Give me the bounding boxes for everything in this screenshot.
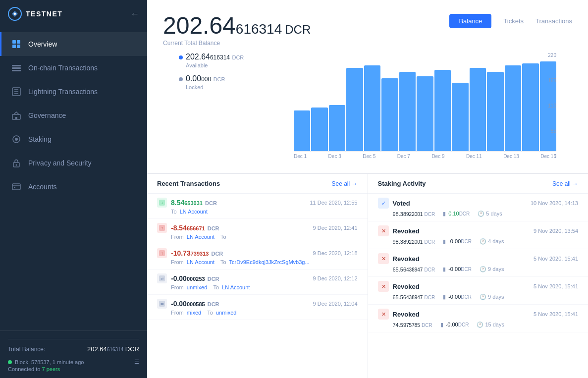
tx-amount-row: ⇄ -0.00000585 DCR: [157, 299, 219, 309]
svg-rect-7: [12, 70, 21, 71]
staking-days: 🕐 9 days: [480, 294, 504, 300]
bottom-panels: Recent Transactions See all → ↓ 8.546530…: [147, 173, 588, 378]
staking-panel-header: Staking Activity See all →: [368, 174, 588, 194]
staking-date: 5 Nov 2020, 15:41: [534, 311, 578, 317]
tx-row[interactable]: ⇄ -0.00000585 DCR 9 Dec 2020, 12:04 From…: [147, 295, 368, 320]
svg-rect-4: [17, 45, 20, 48]
staking-reward: ▮ -0.00DCR: [440, 322, 469, 328]
balance-chart-row: 202.64616314 DCR Available 0.00000 DCR L…: [163, 47, 572, 173]
connected-info: Connected to 7 peers: [8, 365, 139, 372]
revoked-icon: ✕: [378, 309, 389, 320]
sidebar-item-privacy[interactable]: Privacy and Security: [0, 151, 147, 175]
chart-bar: [311, 108, 327, 151]
total-balance-label: Total Balance:: [8, 346, 45, 353]
staking-row[interactable]: ✕ Revoked 9 Nov 2020, 13:54 98.38922001 …: [368, 221, 588, 249]
logo-icon: [8, 7, 22, 21]
top-section: 202.64616314DCR Current Total Balance Ba…: [147, 0, 588, 173]
available-dot: [179, 55, 183, 59]
total-balance-display: 202.64616314DCR: [163, 14, 311, 38]
sidebar-item-onchain[interactable]: On-chain Transactions: [0, 56, 147, 80]
stk-top: ✕ Revoked 5 Nov 2020, 15:41: [378, 281, 579, 292]
tx-row[interactable]: ⇄ -0.00000253 DCR 9 Dec 2020, 12:12 From…: [147, 270, 368, 295]
tx-icon-received: ↓: [157, 198, 167, 208]
staking-date: 10 Nov 2020, 14:13: [531, 200, 578, 206]
staking-type: Revoked: [393, 311, 420, 318]
chart-bar: [417, 76, 433, 151]
sidebar-item-staking[interactable]: Staking: [0, 127, 147, 151]
transactions-see-all[interactable]: See all →: [331, 180, 357, 187]
stk-left: ✕ Revoked: [378, 281, 420, 292]
staking-icon: [11, 134, 21, 144]
tx-row[interactable]: ↑ -8.54656671 DCR 9 Dec 2020, 12:41 From…: [147, 219, 368, 244]
staking-days: 🕐 15 days: [477, 322, 504, 328]
chart-bar: [381, 78, 398, 151]
tx-date: 9 Dec 2020, 12:04: [313, 301, 358, 307]
back-button[interactable]: ←: [130, 9, 139, 19]
staking-row[interactable]: ✕ Revoked 5 Nov 2020, 15:41 65.56438947 …: [368, 277, 588, 305]
staking-row[interactable]: ✕ Revoked 5 Nov 2020, 15:41 65.56438947 …: [368, 249, 588, 277]
staking-row[interactable]: ✓ Voted 10 Nov 2020, 14:13 98.38922001 D…: [368, 194, 588, 221]
total-balance-value: 202.64616314 DCR: [87, 345, 139, 353]
revoked-icon: ✕: [378, 225, 389, 236]
svg-text:↓: ↓: [161, 201, 163, 205]
sidebar-item-governance-label: Governance: [28, 111, 66, 119]
tx-row[interactable]: ↑ -10.73739313 DCR 9 Dec 2020, 12:18 Fro…: [147, 244, 368, 270]
svg-point-17: [16, 164, 17, 166]
svg-rect-5: [12, 65, 21, 66]
revoked-icon: ✕: [378, 253, 389, 264]
locked-amount: 0.00000 DCR: [186, 74, 225, 83]
sidebar-item-onchain-label: On-chain Transactions: [28, 64, 98, 72]
chart-tabs: Balance Tickets Transactions: [449, 14, 572, 28]
tx-detail: From LN Account To: [171, 234, 358, 240]
settings-icon[interactable]: ☰: [134, 359, 139, 365]
stk-top: ✓ Voted 10 Nov 2020, 14:13: [378, 198, 579, 209]
svg-rect-20: [14, 187, 15, 188]
staking-title: Staking Activity: [378, 180, 426, 187]
tx-row[interactable]: ↓ 8.54653031 DCR 11 Dec 2020, 12:55 To L…: [147, 194, 368, 219]
svg-text:✕: ✕: [381, 311, 385, 317]
chart-bar: [452, 83, 468, 151]
svg-point-15: [15, 138, 18, 141]
tx-amount: -0.00000253 DCR: [171, 274, 219, 282]
staking-reward: ▮ 0.10DCR: [443, 211, 470, 217]
tab-balance[interactable]: Balance: [449, 14, 491, 28]
sidebar-item-accounts[interactable]: Accounts: [0, 175, 147, 199]
tx-icon-sent: ↑: [157, 223, 167, 233]
sidebar-item-governance[interactable]: Governance: [0, 104, 147, 127]
tab-transactions[interactable]: Transactions: [535, 17, 572, 25]
staking-activity-panel: Staking Activity See all → ✓ Voted 10 No…: [368, 174, 588, 378]
status-dot: [8, 360, 12, 364]
tx-date: 9 Dec 2020, 12:12: [313, 275, 358, 281]
voted-icon: ✓: [378, 198, 389, 209]
staking-see-all[interactable]: See all →: [552, 180, 578, 187]
onchain-icon: [11, 63, 21, 73]
staking-reward: ▮ -0.00DCR: [443, 294, 472, 300]
staking-days: 🕐 9 days: [480, 266, 504, 272]
available-label: Available: [186, 62, 278, 68]
locked-dot: [179, 77, 183, 81]
overview-icon: [11, 39, 21, 49]
staking-price: 98.38922001 DCR: [393, 239, 435, 245]
staking-date: 5 Nov 2020, 15:41: [534, 256, 578, 262]
sidebar-item-lightning[interactable]: Lightning Transactions: [0, 80, 147, 104]
tab-tickets[interactable]: Tickets: [503, 17, 524, 25]
stk-details: 74.5975785 DCR ▮ -0.00DCR 🕐 15 days: [393, 322, 579, 328]
locked-balance: 0.00000 DCR Locked: [179, 74, 278, 90]
tx-detail: From mixed To unmixed: [171, 310, 358, 316]
tx-amount-row: ↑ -10.73739313 DCR: [157, 248, 223, 258]
svg-rect-1: [12, 40, 16, 44]
tx-detail: From LN Account To TcrDv9Ec9dkqj3JkZrcSg…: [171, 259, 358, 265]
total-balance-row: Total Balance: 202.64616314 DCR: [8, 343, 139, 357]
recent-transactions-panel: Recent Transactions See all → ↓ 8.546530…: [147, 174, 368, 378]
tx-amount: -10.73739313 DCR: [171, 249, 223, 257]
svg-rect-2: [17, 40, 20, 44]
staking-row[interactable]: ✕ Revoked 5 Nov 2020, 15:41 74.5975785 D…: [368, 305, 588, 332]
sidebar-item-overview[interactable]: Overview: [0, 32, 147, 56]
stk-details: 65.56438947 DCR ▮ -0.00DCR 🕐 9 days: [393, 294, 579, 300]
svg-text:✕: ✕: [381, 256, 385, 262]
tx-amount: 8.54653031 DCR: [171, 199, 217, 207]
chart-x-labels: Dec 1Dec 3Dec 5Dec 7Dec 9Dec 11Dec 13Dec…: [294, 152, 556, 159]
sidebar-footer: Total Balance: 202.64616314 DCR Block 57…: [0, 330, 147, 378]
block-info: Block 578537, 1 minute ago: [8, 359, 84, 365]
tx-top: ⇄ -0.00000585 DCR 9 Dec 2020, 12:04: [157, 299, 358, 309]
